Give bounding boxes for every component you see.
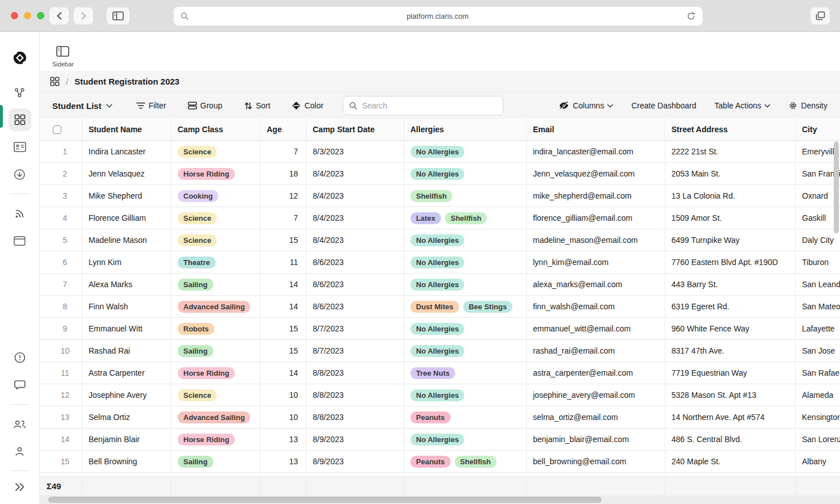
camp-class-cell[interactable]: Science [171, 141, 261, 162]
row-number-cell[interactable]: 14 [48, 429, 82, 450]
rail-item-contacts[interactable] [9, 136, 31, 158]
rail-item-apps[interactable] [9, 108, 31, 131]
expand-rail-button[interactable] [9, 476, 31, 498]
street-address-cell[interactable]: 13 La Colonia Rd. [665, 185, 796, 207]
row-number-cell[interactable]: 6 [48, 251, 82, 273]
row-number-cell[interactable]: 7 [48, 274, 82, 295]
age-cell[interactable]: 15 [261, 340, 306, 362]
email-cell[interactable]: madeline_mason@email.com [527, 229, 665, 251]
age-cell[interactable]: 10 [261, 406, 306, 428]
camp-class-cell[interactable]: Advanced Sailing [171, 296, 261, 317]
select-all-checkbox[interactable] [53, 125, 61, 134]
email-cell[interactable]: selma_ortiz@email.com [527, 406, 665, 428]
table-row[interactable]: 6Lynn KimTheatre118/6/2023No Allergiesly… [40, 251, 840, 274]
allergies-cell[interactable]: Peanuts [404, 406, 527, 428]
email-cell[interactable]: josephine_avery@email.com [527, 384, 665, 406]
row-number-cell[interactable]: 1 [48, 141, 82, 162]
claris-logo[interactable] [9, 47, 31, 69]
show-tabs-button[interactable] [810, 7, 830, 24]
table-row[interactable]: 10Rashad RaiSailing158/7/2023No Allergie… [40, 340, 840, 362]
email-cell[interactable]: astra_carpenter@email.com [527, 362, 665, 384]
email-cell[interactable]: florence_gilliam@email.com [527, 207, 665, 229]
rail-item-feedback[interactable] [9, 373, 31, 396]
allergies-cell[interactable]: No Allergies [404, 251, 527, 273]
camp-class-cell[interactable]: Theatre [171, 251, 261, 273]
allergies-cell[interactable]: No Allergies [404, 429, 527, 450]
age-cell[interactable]: 15 [261, 229, 306, 251]
student-name-cell[interactable]: Indira Lancaster [82, 141, 171, 162]
allergies-cell[interactable]: Dust MitesBee Stings [404, 296, 527, 317]
student-name-cell[interactable]: Alexa Marks [82, 274, 171, 295]
allergies-cell[interactable]: PeanutsShellfish [404, 451, 527, 472]
browser-sidebar-button[interactable] [107, 7, 129, 24]
street-address-cell[interactable]: 6499 Turnpike Way [665, 229, 796, 251]
column-header-city[interactable]: City [796, 119, 840, 140]
city-cell[interactable]: San Jose [796, 340, 840, 362]
sort-button[interactable]: Sort [244, 101, 271, 110]
city-cell[interactable]: Kensington [796, 406, 840, 428]
student-name-cell[interactable]: Benjamin Blair [82, 429, 171, 450]
city-cell[interactable]: Tiburon [796, 251, 840, 273]
table-row[interactable]: 11Astra CarpenterHorse Riding148/8/2023T… [40, 362, 840, 384]
street-address-cell[interactable]: 6319 Egeret Rd. [665, 296, 796, 317]
row-number-cell[interactable]: 15 [48, 451, 82, 472]
allergies-cell[interactable]: LatexShellfish [404, 207, 527, 229]
email-cell[interactable]: emmanuel_witt@email.com [527, 318, 665, 339]
camp-start-date-cell[interactable]: 8/6/2023 [306, 296, 404, 317]
street-address-cell[interactable]: 14 Northern Ave. Apt #574 [665, 406, 796, 428]
street-address-cell[interactable]: 5328 Mason St. Apt #13 [665, 384, 796, 406]
allergies-cell[interactable]: No Allergies [404, 141, 527, 162]
age-cell[interactable]: 14 [261, 362, 306, 384]
columns-button[interactable]: Columns [558, 101, 613, 110]
student-name-cell[interactable]: Finn Walsh [82, 296, 171, 317]
city-cell[interactable]: San Rafael [796, 362, 840, 384]
row-number-cell[interactable]: 11 [48, 362, 82, 384]
city-cell[interactable]: Albany [796, 451, 840, 472]
select-all-cell[interactable] [48, 119, 82, 140]
age-cell[interactable]: 12 [261, 185, 306, 207]
camp-start-date-cell[interactable]: 8/9/2023 [306, 451, 404, 472]
row-number-cell[interactable]: 3 [48, 185, 82, 207]
table-row[interactable]: 9Emmanuel WittRobots158/7/2023No Allergi… [40, 318, 840, 340]
student-name-cell[interactable]: Emmanuel Witt [82, 318, 171, 339]
rail-item-users[interactable] [9, 413, 31, 435]
camp-start-date-cell[interactable]: 8/6/2023 [306, 251, 404, 273]
street-address-cell[interactable]: 2222 21st St. [665, 141, 796, 162]
allergies-cell[interactable]: No Allergies [404, 384, 527, 406]
email-cell[interactable]: bell_browning@email.com [527, 451, 665, 472]
student-name-cell[interactable]: Bell Browning [82, 451, 171, 472]
camp-class-cell[interactable]: Science [171, 207, 261, 229]
table-row[interactable]: 3Mike ShepherdCooking128/4/2023Shellfish… [40, 185, 840, 207]
table-row[interactable]: 15Bell BrowningSailing138/9/2023PeanutsS… [40, 451, 840, 473]
street-address-cell[interactable]: 443 Barry St. [665, 274, 796, 295]
grid-icon[interactable] [50, 77, 60, 86]
search-box[interactable] [343, 96, 503, 115]
street-address-cell[interactable]: 7719 Equestrian Way [665, 362, 796, 384]
student-name-cell[interactable]: Rashad Rai [82, 340, 171, 362]
age-cell[interactable]: 10 [261, 384, 306, 406]
view-selector[interactable]: Student List [52, 101, 112, 111]
allergies-cell[interactable]: No Allergies [404, 163, 527, 184]
camp-start-date-cell[interactable]: 8/6/2023 [306, 274, 404, 295]
table-row[interactable]: 4Florence GilliamScience78/4/2023LatexSh… [40, 207, 840, 229]
camp-start-date-cell[interactable]: 8/3/2023 [306, 141, 404, 162]
street-address-cell[interactable]: 240 Maple St. [665, 451, 796, 472]
group-button[interactable]: Group [188, 101, 222, 110]
camp-class-cell[interactable]: Science [171, 229, 261, 251]
table-row[interactable]: 14Benjamin BlairHorse Riding138/9/2023No… [40, 429, 840, 451]
table-row[interactable]: 13Selma OrtizAdvanced Sailing108/8/2023P… [40, 406, 840, 429]
table-row[interactable]: 7Alexa MarksSailing148/6/2023No Allergie… [40, 274, 840, 296]
search-input[interactable] [362, 101, 487, 110]
camp-class-cell[interactable]: Sailing [171, 340, 261, 362]
table-actions-button[interactable]: Table Actions [715, 101, 771, 110]
rail-item-browser[interactable] [9, 229, 31, 252]
camp-class-cell[interactable]: Advanced Sailing [171, 406, 261, 428]
street-address-cell[interactable]: 486 S. Central Blvd. [665, 429, 796, 450]
vertical-scrollbar[interactable] [834, 141, 839, 233]
camp-start-date-cell[interactable]: 8/4/2023 [306, 229, 404, 251]
column-header-camp-class[interactable]: Camp Class [171, 119, 261, 140]
back-button[interactable] [49, 7, 69, 24]
forward-button[interactable] [74, 7, 93, 24]
email-cell[interactable]: alexa_marks@email.com [527, 274, 665, 295]
age-cell[interactable]: 13 [261, 451, 306, 472]
